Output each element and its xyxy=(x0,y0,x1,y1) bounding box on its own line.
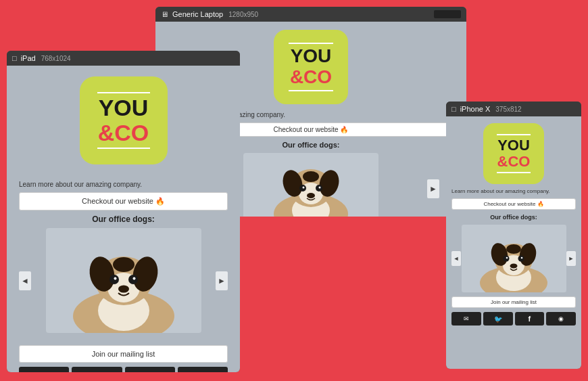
ipad-app-content: YOU &CO Learn more about our amazing com… xyxy=(7,66,240,372)
ipad-device: □ iPad 768x1024 YOU &CO Learn more about… xyxy=(7,51,240,372)
laptop-logo-line-top xyxy=(289,43,333,44)
iphonex-dog-svg xyxy=(463,225,564,292)
iphonex-carousel: ◄ xyxy=(451,225,576,292)
ipad-titlebar: □ iPad 768x1024 xyxy=(7,51,240,66)
iphonex-screen: YOU &CO Learn more about our amazing com… xyxy=(446,116,581,369)
ipad-device-icon: □ xyxy=(12,54,17,62)
ipad-mailing-btn[interactable]: Join our mailing list xyxy=(19,345,228,363)
iphonex-arrow-right[interactable]: ► xyxy=(566,251,576,266)
svg-point-11 xyxy=(303,171,319,182)
ipad-logo-text: YOU &CO xyxy=(98,95,149,146)
laptop-logo-line-bottom xyxy=(289,90,333,91)
iphonex-title: iPhone X xyxy=(460,105,491,113)
ipad-screen: YOU &CO Learn more about our amazing com… xyxy=(7,66,240,372)
iphonex-checkout-btn[interactable]: Checkout our website 🔥 xyxy=(451,198,576,210)
svg-point-19 xyxy=(114,277,116,280)
iphonex-resolution: 375x812 xyxy=(495,106,521,113)
iphonex-arrow-left[interactable]: ◄ xyxy=(451,251,461,266)
svg-point-35 xyxy=(506,244,521,254)
laptop-titlebar: 🖥 Generic Laptop 1280x950 xyxy=(155,7,466,22)
ipad-arrow-left[interactable]: ◄ xyxy=(19,271,31,290)
svg-point-20 xyxy=(128,275,138,284)
laptop-resolution: 1280x950 xyxy=(228,11,258,18)
ipad-facebook-btn[interactable]: f xyxy=(125,367,175,372)
ipad-dog-svg xyxy=(49,228,198,333)
iphonex-app-content: YOU &CO Learn more about our amazing com… xyxy=(446,116,581,330)
iphonex-section-title: Our office dogs: xyxy=(490,214,537,221)
iphonex-social-row: ✉ 🐦 f ◉ xyxy=(451,312,576,326)
svg-point-30 xyxy=(504,256,510,262)
laptop-section-title: Our office dogs: xyxy=(283,141,340,149)
svg-point-7 xyxy=(303,187,305,189)
iphonex-logo-text: YOU &CO xyxy=(497,137,531,170)
ipad-logo-line-top xyxy=(97,92,150,93)
svg-point-10 xyxy=(307,193,315,198)
iphonex-mailing-btn[interactable]: Join our mailing list xyxy=(451,296,576,308)
laptop-dog-svg xyxy=(247,153,375,217)
svg-point-31 xyxy=(506,257,508,259)
svg-point-33 xyxy=(521,257,523,259)
ipad-twitter-btn[interactable]: 🐦 xyxy=(72,367,122,372)
svg-point-32 xyxy=(518,256,524,262)
svg-point-9 xyxy=(319,187,321,189)
iphonex-twitter-btn[interactable]: 🐦 xyxy=(483,312,513,326)
ipad-carousel: ◄ xyxy=(19,228,228,333)
iphonex-logo-line-bottom xyxy=(497,172,531,173)
ipad-title: iPad xyxy=(21,54,36,62)
ipad-social-row: ✉ 🐦 f ◉ xyxy=(19,367,228,372)
ipad-section-title: Our office dogs: xyxy=(92,215,155,224)
iphonex-facebook-btn[interactable]: f xyxy=(515,312,545,326)
ipad-checkout-btn[interactable]: Checkout our website 🔥 xyxy=(19,192,228,210)
svg-point-23 xyxy=(113,257,134,272)
laptop-logo: YOU &CO xyxy=(274,30,348,104)
ipad-email-btn[interactable]: ✉ xyxy=(19,367,69,372)
svg-point-22 xyxy=(118,286,129,293)
laptop-arrow-right[interactable]: ► xyxy=(427,179,439,198)
laptop-logo-text: YOU &CO xyxy=(290,46,332,88)
iphonex-device-icon: □ xyxy=(451,105,456,113)
iphonex-device: □ iPhone X 375x812 YOU &CO Learn more ab… xyxy=(446,102,581,369)
svg-point-34 xyxy=(510,264,518,269)
iphonex-instagram-btn[interactable]: ◉ xyxy=(546,312,576,326)
monitor-icon: 🖥 xyxy=(161,10,168,18)
iphonex-tagline: Learn more about our amazing company. xyxy=(451,188,576,194)
iphonex-dog-area xyxy=(462,225,566,292)
iphonex-logo-line-top xyxy=(497,134,531,135)
ipad-logo-line-bottom xyxy=(97,148,150,149)
svg-point-18 xyxy=(109,275,119,284)
iphonex-email-btn[interactable]: ✉ xyxy=(451,312,481,326)
ipad-dog-area xyxy=(46,228,201,333)
svg-point-21 xyxy=(132,277,135,280)
ipad-tagline: Learn more about our amazing company. xyxy=(19,181,228,188)
iphonex-logo: YOU &CO xyxy=(483,123,544,184)
iphonex-titlebar: □ iPhone X 375x812 xyxy=(446,102,581,116)
ipad-logo: YOU &CO xyxy=(80,76,168,164)
laptop-dog-area xyxy=(243,153,378,217)
ipad-instagram-btn[interactable]: ◉ xyxy=(178,367,228,372)
ipad-resolution: 768x1024 xyxy=(41,55,71,62)
laptop-title: Generic Laptop xyxy=(172,10,223,18)
ipad-arrow-right[interactable]: ► xyxy=(216,271,228,290)
